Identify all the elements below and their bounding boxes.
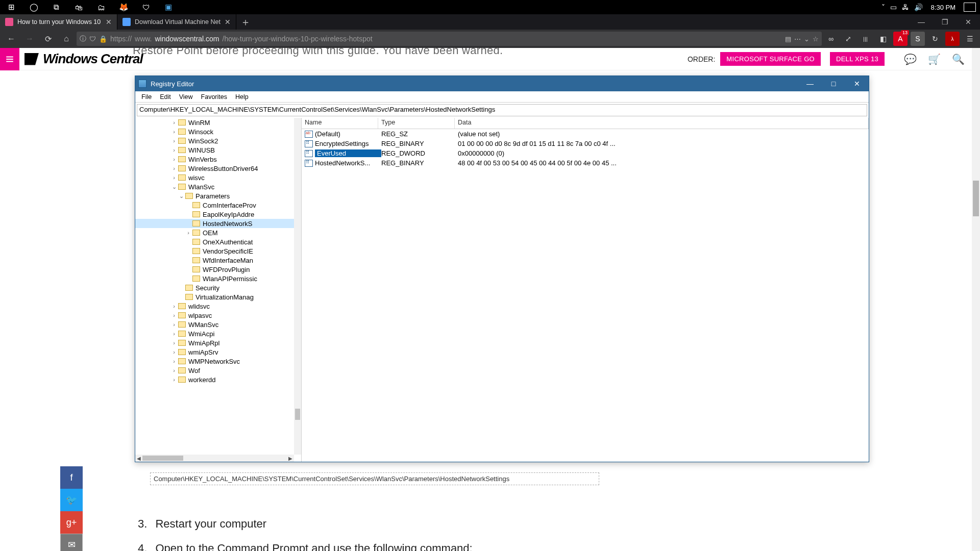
col-data[interactable]: Data [455,118,869,129]
tree-expand-icon[interactable]: › [171,119,177,126]
tree-node[interactable]: ›Wof [135,366,294,375]
regedit-value-row[interactable]: (Default)REG_SZ(value not set) [302,129,869,139]
site-menu-button[interactable] [0,48,19,70]
tree-expand-icon[interactable]: › [171,312,177,318]
share-facebook-button[interactable]: f [60,466,83,489]
tab-close-icon[interactable]: ✕ [106,18,112,26]
tree-node[interactable]: ›WManSvc [135,320,294,329]
tree-node[interactable]: ⌄Parameters [135,191,294,201]
regedit-tree-hscrollbar[interactable]: ◀▶ [135,455,294,462]
regedit-address-bar[interactable]: Computer\HKEY_LOCAL_MACHINE\SYSTEM\Curre… [137,104,867,116]
regedit-list-header[interactable]: Name Type Data [302,118,869,129]
window-minimize-button[interactable]: ― [910,14,933,30]
tree-expand-icon[interactable]: › [171,156,177,162]
tree-expand-icon[interactable]: › [171,377,177,383]
regedit-menu-item[interactable]: View [175,92,197,102]
tree-node[interactable]: ›WMPNetworkSvc [135,357,294,366]
regedit-menu-item[interactable]: Help [231,92,253,102]
tree-node[interactable]: ›wisvc [135,173,294,182]
store-icon[interactable]: 🛍 [68,0,89,14]
adblock-extension-icon[interactable]: A13 [893,32,908,46]
share-googleplus-button[interactable]: g+ [60,511,83,534]
tree-node[interactable]: OneXAuthenticat [135,237,294,246]
network-icon[interactable]: 🖧 [902,3,909,11]
site-logo[interactable]: Windows Central [19,51,148,67]
tree-node[interactable]: WfdInterfaceMan [135,256,294,265]
reader-mode-icon[interactable]: ▤ [785,35,791,43]
tree-node[interactable]: ›WINUSB [135,145,294,155]
tree-node[interactable]: EapolKeyIpAddre [135,210,294,219]
tree-node[interactable]: ›WinVerbs [135,155,294,164]
regedit-tree-vscrollbar[interactable] [294,118,301,455]
col-name[interactable]: Name [302,118,378,129]
battery-icon[interactable]: ▭ [890,3,897,11]
pocket-icon[interactable]: ⌄ [804,35,810,43]
sync-extension-icon[interactable]: ↻ [928,32,942,46]
new-tab-button[interactable]: ＋ [236,14,255,30]
col-type[interactable]: Type [378,118,455,129]
tree-expand-icon[interactable]: › [171,165,177,171]
tree-expand-icon[interactable]: › [171,321,177,328]
regedit-close-button[interactable]: ✕ [845,76,869,91]
tree-expand-icon[interactable]: › [171,349,177,355]
tree-node[interactable]: ›WmiApRpl [135,338,294,347]
url-actions-icon[interactable]: ⋯ [794,35,801,43]
tree-expand-icon[interactable]: › [171,129,177,135]
tree-expand-icon[interactable]: › [185,230,191,236]
window-maximize-button[interactable]: ❐ [933,14,957,30]
regedit-titlebar[interactable]: Registry Editor ― □ ✕ [135,76,869,91]
firefox-icon[interactable]: 🦊 [113,0,134,14]
file-explorer-icon[interactable]: 🗂 [91,0,111,14]
start-button-icon[interactable]: ⊞ [1,0,21,14]
tree-node[interactable]: ›WmiAcpi [135,329,294,338]
nav-home-button[interactable]: ⌂ [58,32,75,46]
nav-forward-button[interactable]: → [21,32,38,46]
cortana-icon[interactable]: ◯ [23,0,44,14]
regedit-menu-item[interactable]: Edit [156,92,175,102]
tree-node[interactable]: WFDProvPlugin [135,265,294,274]
site-info-icon[interactable]: ⓘ [80,34,86,43]
tree-node[interactable]: ⌄WlanSvc [135,182,294,191]
tree-node[interactable]: ›WinSock2 [135,136,294,145]
tree-node[interactable]: ›wlpasvc [135,311,294,320]
window-close-button[interactable]: ✕ [957,14,980,30]
shield-icon[interactable]: 🛡 [89,35,96,43]
regedit-menu-item[interactable]: Favorites [197,92,231,102]
regedit-maximize-button[interactable]: □ [822,76,845,91]
defender-icon[interactable]: 🛡 [136,0,156,14]
chevron-up-icon[interactable]: ˅ [881,3,885,11]
vm-app-icon[interactable]: ▣ [158,0,179,14]
stylus-extension-icon[interactable]: S [911,32,925,46]
vpn-extension-icon[interactable]: ∞ [824,32,838,46]
taskbar-clock[interactable]: 8:30 PM [928,4,959,11]
action-center-icon[interactable] [964,3,976,12]
tree-expand-icon[interactable]: › [171,331,177,337]
tree-expand-icon[interactable]: › [171,367,177,373]
browser-tab[interactable]: How to turn your Windows 10✕ [0,14,117,30]
pdf-extension-icon[interactable]: λ [945,32,960,46]
regedit-tree[interactable]: ›WinRM›Winsock›WinSock2›WINUSB›WinVerbs›… [135,118,302,462]
bookmark-star-icon[interactable]: ☆ [813,35,819,43]
tree-node[interactable]: ›WinRM [135,118,294,127]
url-bar[interactable]: ⓘ 🛡 🔒 https://www.windowscentral.com/how… [77,32,822,46]
tree-node[interactable]: VirtualizationManag [135,292,294,302]
share-email-button[interactable]: ✉ [60,534,83,551]
library-icon[interactable]: ⫼ [859,32,873,46]
resize-extension-icon[interactable]: ⤢ [841,32,855,46]
tree-node[interactable]: ›Winsock [135,127,294,136]
tree-node[interactable]: ›workerdd [135,375,294,384]
tree-expand-icon[interactable]: › [171,147,177,153]
tree-node[interactable]: ›wlidsvc [135,302,294,311]
tab-close-icon[interactable]: ✕ [225,18,231,26]
task-view-icon[interactable]: ⧉ [46,0,66,14]
tree-node[interactable]: Security [135,283,294,292]
volume-icon[interactable]: 🔊 [914,3,923,11]
page-vscrollbar[interactable] [972,48,980,551]
nav-back-button[interactable]: ← [3,32,19,46]
tree-node[interactable]: ›OEM [135,228,294,237]
sidebar-icon[interactable]: ◧ [876,32,890,46]
regedit-value-row[interactable]: EverUsedREG_DWORD0x00000000 (0) [302,148,869,158]
tree-expand-icon[interactable]: ⌄ [171,184,177,190]
regedit-minimize-button[interactable]: ― [798,76,822,91]
tree-node[interactable]: HostedNetworkS [135,219,294,228]
